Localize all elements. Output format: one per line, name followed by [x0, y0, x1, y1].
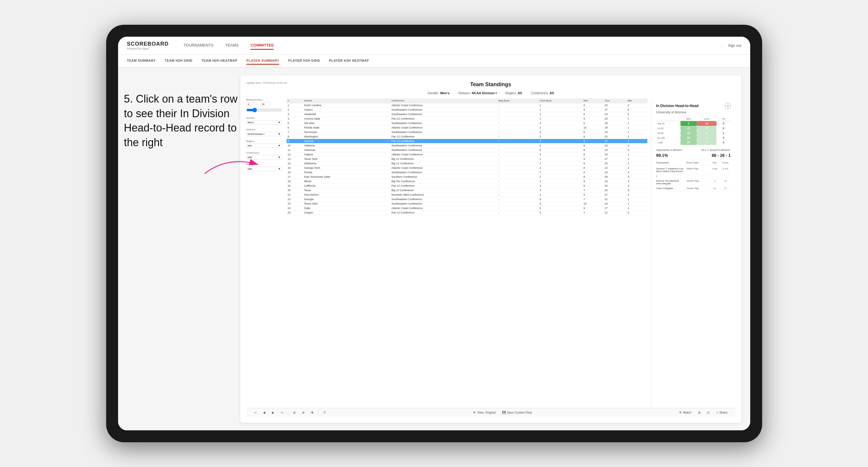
table-row[interactable]: 25 Oregon Pac-12 Conference - 5 7 21 0: [286, 211, 647, 215]
cell-reg-rank: -: [497, 211, 538, 215]
rounds-slider[interactable]: [246, 108, 282, 113]
crop-button[interactable]: ⊞: [291, 410, 297, 415]
subnav-team-h2h-heatmap[interactable]: TEAM H2H HEATMAP: [201, 57, 237, 65]
subnav-player-summary[interactable]: PLAYER SUMMARY: [246, 57, 279, 65]
cell-tour: 20: [603, 188, 626, 193]
undo-button[interactable]: ↩: [252, 410, 258, 415]
table-row[interactable]: 13 Texas Tech Big 12 Conference - 1 9 27…: [286, 157, 647, 161]
tournament-1-score: 2-3-0: [720, 167, 731, 173]
cell-tour: 23: [603, 103, 626, 108]
cell-rds: 8: [582, 184, 603, 188]
table-row[interactable]: 6 Florida State Atlantic Coast Conferenc…: [286, 126, 647, 130]
step-back-button[interactable]: ◀: [261, 410, 267, 415]
layout-button[interactable]: ⊞: [696, 410, 702, 415]
filter-group-rounds: Minimum Rou... –: [246, 98, 282, 113]
table-row[interactable]: 19 California Pac-12 Conference - 4 8 24…: [286, 184, 647, 188]
subnav-team-h2h-grid[interactable]: TEAM H2H GRID: [164, 57, 192, 65]
cell-tour: 27: [603, 193, 626, 197]
table-row[interactable]: 11 Arkansas Southeastern Conference - 6 …: [286, 148, 647, 152]
view-original-label: View: Original: [477, 411, 496, 414]
table-row[interactable]: 15 Georgia Tech Atlantic Coast Conferenc…: [286, 166, 647, 170]
cell-school: Duke: [303, 206, 390, 211]
table-row[interactable]: 9 Arizona Pac-12 Conference - 3 8 23 2: [286, 139, 647, 144]
table-row[interactable]: 24 Duke Atlantic Coast Conference - 5 9 …: [286, 206, 647, 211]
nav-tournaments[interactable]: TOURNAMENTS: [184, 41, 214, 50]
step-forward-button[interactable]: ▶: [270, 410, 276, 415]
table-row[interactable]: 4 Arizona State Pac-12 Conference - 1 9 …: [286, 117, 647, 121]
gender-label: Gender: [246, 117, 282, 119]
cell-conf-rank: 4: [538, 130, 582, 134]
tournament-3-pos: 1: [709, 180, 720, 185]
zoom-fit-button[interactable]: ⊡: [705, 410, 711, 415]
tournament-row-3[interactable]: Arizona Thunderbirds Intercollegiate Str…: [656, 179, 731, 186]
cell-rds: 9: [582, 193, 603, 197]
tournament-1-name: Jackson T. Stephens Cup Men's Match Play…: [656, 167, 687, 173]
table-row[interactable]: 20 Texas Big 12 Conference - 3 7 20 0: [286, 188, 647, 193]
cell-school: Vanderbilt: [303, 112, 390, 117]
table-row[interactable]: 12 Virginia Atlantic Coast Conference - …: [286, 152, 647, 157]
pan-button[interactable]: ✤: [309, 410, 315, 415]
cell-win: 4: [626, 170, 647, 175]
share-button[interactable]: ↗ Share: [714, 410, 730, 415]
watch-button[interactable]: 👁 Watch: [677, 410, 693, 415]
table-row[interactable]: 2 Auburn Southeastern Conference - 1 9 2…: [286, 108, 647, 112]
col-rds: Rds: [582, 98, 603, 103]
cell-tour: 24: [603, 152, 626, 157]
table-row[interactable]: 18 Illinois Big Ten Conference - 1 9 23 …: [286, 179, 647, 184]
table-row[interactable]: 7 Tennessee Southeastern Conference - 4 …: [286, 130, 647, 134]
tournament-row-2[interactable]: 1: [656, 174, 731, 179]
tournament-col-pos: Pos: [709, 161, 720, 164]
h2h-title: In Division Head-to-Head: [656, 104, 699, 108]
subnav-player-h2h-heatmap[interactable]: PLAYER H2H HEATMAP: [329, 57, 369, 65]
table-row[interactable]: 5 Ole Miss Southeastern Conference - 3 6…: [286, 121, 647, 126]
cell-reg-rank: -: [497, 148, 538, 152]
cell-win: 2: [626, 157, 647, 161]
cell-win: 3: [626, 144, 647, 148]
cell-tour: 27: [603, 206, 626, 211]
tournament-col-score: Score: [720, 161, 731, 164]
clock-button[interactable]: ⏱: [321, 410, 328, 415]
max-rounds-input[interactable]: [260, 102, 271, 106]
nav-teams[interactable]: TEAMS: [225, 41, 239, 50]
zoom-button[interactable]: ⊕: [300, 410, 306, 415]
h2h-close-button[interactable]: ✕: [725, 103, 731, 109]
subnav-team-summary[interactable]: TEAM SUMMARY: [127, 57, 156, 65]
view-original-button[interactable]: 👁 View: Original: [471, 410, 497, 415]
cell-reg-rank: -: [497, 193, 538, 197]
table-row[interactable]: 22 Georgia Southeastern Conference - 8 7…: [286, 197, 647, 201]
table-row[interactable]: 1 North Carolina Atlantic Coast Conferen…: [286, 103, 647, 108]
division-select[interactable]: NCAA Division I ▼: [246, 132, 282, 136]
tournament-row-4[interactable]: Cabo Collegiate Stroke Play 11 17: [656, 186, 731, 191]
nav-committee[interactable]: COMMITTEE: [250, 41, 274, 50]
table-row[interactable]: 3 Vanderbilt Southeastern Conference - 2…: [286, 112, 647, 117]
cell-rds: 8: [582, 148, 603, 152]
cell-conf-rank: 4: [538, 184, 582, 188]
table-row[interactable]: 8 Washington Pac-12 Conference - 2 8 23 …: [286, 134, 647, 139]
cell-school: Texas: [303, 188, 390, 193]
h2h-panel: In Division Head-to-Head ✕ University of…: [652, 98, 735, 408]
table-row[interactable]: 14 Oklahoma Big 12 Conference - 2 8 24 2: [286, 161, 647, 166]
gender-select[interactable]: Men's ▼: [246, 120, 282, 125]
cell-num: 9: [286, 139, 303, 144]
table-row[interactable]: 17 East Tennessee State Southern Confere…: [286, 175, 647, 179]
save-custom-button[interactable]: 💾 Save Custom View: [500, 410, 534, 415]
cell-conf-rank: 8: [538, 197, 582, 201]
filters-panel: Minimum Rou... – Gender Men's: [246, 98, 282, 408]
cell-rds: 9: [582, 206, 603, 211]
h2h-header: In Division Head-to-Head ✕: [656, 103, 731, 109]
sign-out-button[interactable]: Sign out: [722, 43, 741, 48]
table-row[interactable]: 10 Alabama Southeastern Conference - 5 8…: [286, 144, 647, 148]
standings-panel: Update time: 27/03/2024 15:56:26 Team St…: [240, 75, 741, 423]
region-select[interactable]: N/A ▼: [246, 144, 282, 148]
h2h-opponents: Opponents in division: W-L-T record in-d…: [656, 149, 731, 152]
tournament-row-1[interactable]: Jackson T. Stephens Cup Men's Match Play…: [656, 166, 731, 174]
toolbar-center: 👁 View: Original 💾 Save Custom View: [471, 410, 534, 415]
cell-num: 12: [286, 152, 303, 157]
table-row[interactable]: 16 Florida Southeastern Conference - 7 9…: [286, 170, 647, 175]
redo-button[interactable]: ↪: [279, 410, 285, 415]
table-row[interactable]: 23 Texas A&M Southeastern Conference - 9…: [286, 201, 647, 206]
cell-school: Georgia: [303, 197, 390, 201]
table-row[interactable]: 21 New Mexico Mountain West Conference -…: [286, 193, 647, 197]
subnav-player-h2h-grid[interactable]: PLAYER H2H GRID: [288, 57, 320, 65]
col-conference: Conference: [390, 98, 497, 103]
